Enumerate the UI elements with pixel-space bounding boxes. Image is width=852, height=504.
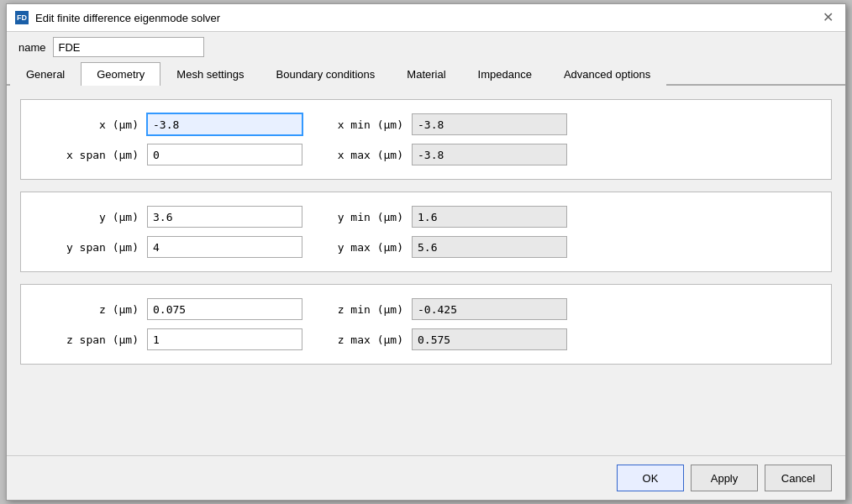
tab-advanced-options[interactable]: Advanced options bbox=[548, 62, 666, 86]
ok-button[interactable]: OK bbox=[617, 465, 684, 491]
z-input[interactable] bbox=[147, 298, 302, 320]
x-span-input[interactable] bbox=[147, 144, 302, 165]
y-span-input[interactable] bbox=[147, 236, 302, 258]
app-icon: FD bbox=[15, 11, 29, 24]
title-bar-left: FD Edit finite difference eigenmode solv… bbox=[15, 11, 220, 24]
z-min-label: z min (μm) bbox=[302, 303, 412, 316]
x-span-row: x span (μm) x max (μm) bbox=[38, 144, 814, 165]
x-max-label: x max (μm) bbox=[302, 149, 412, 161]
y-span-label: y span (μm) bbox=[38, 241, 147, 254]
z-min-input[interactable] bbox=[412, 298, 567, 320]
z-section: z (μm) z min (μm) z span (μm) z max (μm) bbox=[20, 284, 832, 365]
x-min-input[interactable] bbox=[412, 113, 567, 135]
z-span-row: z span (μm) z max (μm) bbox=[38, 328, 814, 350]
x-span-label: x span (μm) bbox=[38, 149, 147, 161]
name-input[interactable] bbox=[53, 37, 204, 57]
z-max-input[interactable] bbox=[412, 328, 567, 350]
x-section: x (μm) x min (μm) x span (μm) x max (μm) bbox=[20, 99, 832, 180]
y-section: y (μm) y min (μm) y span (μm) y max (μm) bbox=[20, 192, 832, 272]
tab-boundary-conditions[interactable]: Boundary conditions bbox=[260, 62, 392, 86]
name-label: name bbox=[18, 41, 46, 54]
y-max-input[interactable] bbox=[412, 236, 567, 258]
x-label: x (μm) bbox=[38, 118, 147, 131]
y-max-label: y max (μm) bbox=[302, 241, 412, 254]
content-area: x (μm) x min (μm) x span (μm) x max (μm)… bbox=[7, 86, 845, 455]
x-min-label: x min (μm) bbox=[302, 118, 412, 131]
x-max-input[interactable] bbox=[412, 144, 567, 165]
z-label: z (μm) bbox=[38, 303, 147, 316]
title-bar: FD Edit finite difference eigenmode solv… bbox=[7, 4, 845, 32]
y-input[interactable] bbox=[147, 206, 302, 228]
tab-mesh-settings[interactable]: Mesh settings bbox=[160, 62, 260, 86]
x-input[interactable] bbox=[147, 113, 302, 135]
z-span-label: z span (μm) bbox=[38, 333, 147, 346]
z-max-label: z max (μm) bbox=[302, 333, 412, 346]
name-row: name bbox=[7, 32, 845, 62]
z-row: z (μm) z min (μm) bbox=[38, 298, 814, 320]
footer: OK Apply Cancel bbox=[7, 455, 845, 500]
y-row: y (μm) y min (μm) bbox=[38, 206, 814, 228]
y-span-row: y span (μm) y max (μm) bbox=[38, 236, 814, 258]
x-row: x (μm) x min (μm) bbox=[38, 113, 814, 135]
tabs-container: General Geometry Mesh settings Boundary … bbox=[7, 62, 845, 86]
z-span-input[interactable] bbox=[147, 328, 302, 350]
y-min-input[interactable] bbox=[412, 206, 567, 228]
cancel-button[interactable]: Cancel bbox=[765, 465, 832, 491]
tab-impedance[interactable]: Impedance bbox=[462, 62, 548, 86]
y-min-label: y min (μm) bbox=[302, 211, 412, 223]
dialog-title: Edit finite difference eigenmode solver bbox=[35, 12, 220, 24]
tab-general[interactable]: General bbox=[10, 62, 81, 86]
tab-geometry[interactable]: Geometry bbox=[81, 62, 160, 86]
apply-button[interactable]: Apply bbox=[691, 465, 758, 491]
tab-material[interactable]: Material bbox=[391, 62, 461, 86]
close-button[interactable]: ✕ bbox=[819, 9, 837, 26]
main-dialog: FD Edit finite difference eigenmode solv… bbox=[6, 3, 846, 501]
y-label: y (μm) bbox=[38, 211, 147, 223]
